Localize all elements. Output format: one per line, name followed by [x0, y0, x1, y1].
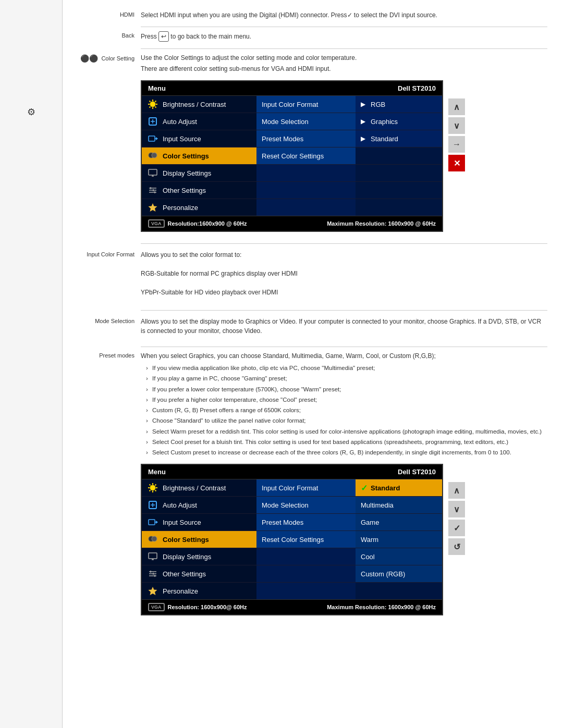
- preset-bullet-4: Custom (R, G, B) Preset offers a range o…: [146, 406, 547, 415]
- osd-menu1-row-1-left: Auto Adjust: [142, 113, 256, 130]
- svg-rect-17: [149, 169, 157, 175]
- preset-modes-section: Preset modes When you select Graphics, y…: [73, 351, 547, 615]
- osd-menu2-row-0: Brightness / Contrast Input Color Format…: [142, 479, 442, 497]
- hdmi-section: HDMI Select HDMI input when you are usin…: [73, 10, 547, 21]
- svg-line-6: [155, 107, 156, 108]
- osd-menu1-row-1-mid: Mode Selection: [256, 113, 356, 130]
- osd-menu1-row-1-right-label: Graphics: [371, 118, 398, 126]
- osd-menu1-row-3-mid-label: Reset Color Settings: [262, 152, 324, 160]
- svg-marker-41: [156, 521, 158, 524]
- nav-right-button[interactable]: →: [448, 136, 465, 153]
- color-setting-label: ⚫⚫ Color Setting: [73, 53, 141, 63]
- input-color-format-line2: RGB-Suitable for normal PC graphics disp…: [141, 269, 547, 278]
- left-sidebar: ⚙: [0, 0, 63, 728]
- nav-up-button[interactable]: ∧: [448, 98, 465, 115]
- svg-point-27: [150, 485, 155, 490]
- osd-menu1-row-2: Input Source Preset Modes ▶ Standard: [142, 130, 442, 147]
- osd-menu1-row-6: Personalize: [142, 199, 442, 216]
- osd-menu2: Menu Dell ST2010: [141, 464, 443, 615]
- osd-menu1-footer-left: VGA Resolution:1600x900 @ 60Hz: [148, 219, 247, 228]
- osd-menu2-row-5-label: Other Settings: [163, 570, 206, 578]
- osd-menu1-row-2-left: Input Source: [142, 130, 256, 147]
- svg-point-0: [150, 102, 155, 107]
- osd-menu2-row-2-mid: Preset Modes: [256, 514, 356, 530]
- osd-menu2-row-3-mid: Reset Color Settings: [256, 531, 356, 548]
- osd-menu1-row-5: Other Settings: [142, 182, 442, 199]
- nav2-up-button[interactable]: ∧: [448, 482, 465, 499]
- osd-menu1-row-0-label: Brightness / Contrast: [163, 101, 226, 108]
- svg-rect-44: [149, 553, 157, 559]
- osd-menu1-row-0-right: ▶ RGB: [356, 96, 442, 113]
- color-setting-icon: ⚫⚫: [80, 54, 98, 63]
- osd-menu1-row-5-left: Other Settings: [142, 182, 256, 199]
- svg-point-16: [152, 153, 157, 158]
- osd-menu2-row-5-right-label: Custom (RGB): [361, 570, 405, 578]
- osd-menu2-row-6-mid: [256, 583, 356, 599]
- osd-menu2-footer: VGA Resolution: 1600x900@ 60Hz Maximum R…: [142, 599, 442, 614]
- osd-menu2-row-3: Color Settings Reset Color Settings Warm: [142, 531, 442, 548]
- osd-menu2-row-1-label: Auto Adjust: [163, 501, 197, 509]
- osd-menu1-row-2-label: Input Source: [163, 135, 201, 143]
- osd-menu1-row-2-mid-label: Preset Modes: [262, 135, 303, 143]
- osd-menu2-row-1-left: Auto Adjust: [142, 497, 256, 513]
- svg-rect-39: [149, 520, 155, 525]
- nav-down-button[interactable]: ∨: [448, 117, 465, 134]
- osd-menu2-brand: Dell ST2010: [398, 468, 436, 476]
- osd-menu2-row-3-left: Color Settings: [142, 531, 256, 548]
- nav2-down-button[interactable]: ∨: [448, 501, 465, 517]
- svg-marker-26: [149, 203, 157, 212]
- osd-menu2-row-2: Input Source Preset Modes Game: [142, 514, 442, 531]
- osd-menu1-row-5-mid: [256, 182, 356, 199]
- personalize-icon: [147, 202, 158, 213]
- osd-menu2-container: Menu Dell ST2010: [141, 461, 547, 615]
- other-settings-icon-2: [147, 568, 158, 579]
- osd-menu2-row-4: Display Settings Cool: [142, 548, 442, 565]
- input-color-format-section: Input Color Format Allows you to set the…: [73, 250, 547, 299]
- osd-menu1-row-6-left: Personalize: [142, 199, 256, 216]
- brightness-icon: [147, 98, 158, 110]
- osd-menu2-footer-res: Resolution: 1600x900@ 60Hz: [168, 604, 247, 610]
- osd-menu1-row-0: Brightness / Contrast Input Color Format…: [142, 96, 442, 113]
- osd-menu2-row-4-mid: [256, 548, 356, 565]
- osd-menu1-row-5-right: [356, 182, 442, 199]
- input-color-format-line1: Allows you to set the color format to:: [141, 250, 547, 260]
- osd-menu2-row-4-right: Cool: [356, 548, 442, 565]
- osd-menu2-row-6-left: Personalize: [142, 583, 256, 599]
- osd-menu1-brand: Dell ST2010: [398, 84, 436, 92]
- back-section: Back Press ↩ to go back to the main menu…: [73, 31, 547, 43]
- mode-selection-section: Mode Selection Allows you to set the dis…: [73, 317, 547, 337]
- osd-menu2-row-0-check: ✓: [361, 483, 368, 493]
- mode-selection-label: Mode Selection: [73, 317, 141, 324]
- osd-menu1-row-0-arrow: ▶: [361, 101, 365, 108]
- osd-menu2-row-6: Personalize: [142, 583, 442, 599]
- osd-menu1-title: Menu: [148, 84, 166, 92]
- svg-line-34: [155, 485, 156, 486]
- osd-menu1-row-5-label: Other Settings: [163, 187, 206, 194]
- osd-menu1-row-1: Auto Adjust Mode Selection ▶ Graphics: [142, 113, 442, 130]
- nav2-back-button[interactable]: ↺: [448, 538, 465, 555]
- mode-selection-content: Allows you to set the display mode to Gr…: [141, 317, 547, 337]
- preset-bullet-6: Select Warm preset for a reddish tint. T…: [146, 427, 547, 436]
- osd-menu1-row-4-label: Display Settings: [163, 169, 211, 177]
- auto-adjust-icon: [147, 116, 158, 127]
- other-settings-icon: [147, 184, 158, 196]
- osd-menu1-row-6-right: [356, 199, 442, 216]
- nav-close-button[interactable]: ✕: [448, 155, 465, 171]
- osd-menu1-footer-res: Resolution:1600x900 @ 60Hz: [168, 220, 247, 227]
- nav2-checkmark-button[interactable]: ✓: [448, 520, 465, 536]
- osd-menu1-row-2-mid: Preset Modes: [256, 130, 356, 147]
- preset-modes-content: When you select Graphics, you can choose…: [141, 351, 547, 615]
- svg-marker-53: [149, 587, 157, 595]
- osd-menu1-row-4-right: [356, 165, 442, 181]
- osd-menu2-row-2-label: Input Source: [163, 519, 201, 526]
- brightness-icon-2: [147, 482, 158, 493]
- page-wrapper: ⚙ HDMI Select HDMI input when you are us…: [0, 0, 563, 728]
- color-settings-icon: [147, 150, 158, 162]
- color-setting-content: Use the Color Settings to adjust the col…: [141, 53, 547, 232]
- input-color-format-line3: YPbPr-Suitable for HD video playback ove…: [141, 288, 547, 297]
- osd-menu2-row-1-mid: Mode Selection: [256, 497, 356, 513]
- osd-menu1-row-0-left: Brightness / Contrast: [142, 96, 256, 113]
- svg-line-5: [150, 101, 151, 102]
- osd-menu1-row-3-left: Color Settings: [142, 147, 256, 164]
- color-setting-section: ⚫⚫ Color Setting Use the Color Settings …: [73, 53, 547, 232]
